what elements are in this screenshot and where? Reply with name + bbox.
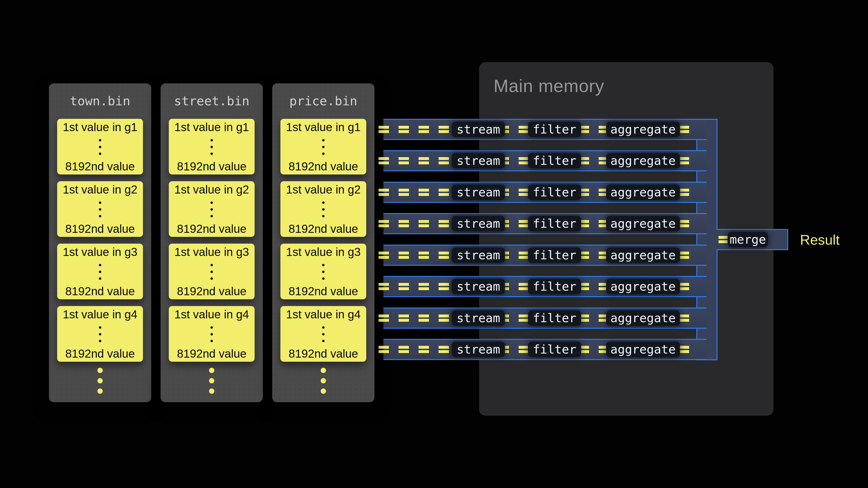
flow-dash <box>399 252 409 259</box>
aggregate-stage-box: aggregate <box>606 248 680 263</box>
ellipsis-dot <box>322 146 324 148</box>
ellipsis-dots <box>211 139 213 155</box>
ellipsis-dot <box>209 378 214 383</box>
ellipsis-dot <box>322 139 324 141</box>
value-box-list: 1st value in g1 8192nd value 1st value i… <box>280 119 366 368</box>
filter-stage-box: filter <box>528 342 581 357</box>
last-value-label: 8192nd value <box>65 348 135 360</box>
first-value-label: 1st value in g4 <box>286 308 361 321</box>
value-group-box: 1st value in g3 8192nd value <box>280 243 366 299</box>
stream-stage-box: stream <box>452 185 505 200</box>
flow-dash <box>378 220 389 227</box>
flow-dash <box>519 157 529 164</box>
flow-dash <box>519 252 529 259</box>
value-group-box: 1st value in g1 8192nd value <box>57 119 143 174</box>
file-column-title: price.bin <box>272 84 374 108</box>
pipeline-lane: streamfilteraggregate <box>383 213 707 234</box>
ellipsis-dot <box>211 264 213 266</box>
more-groups-ellipsis-dots <box>321 368 326 394</box>
file-column: price.bin 1st value in g1 8192nd value 1… <box>272 84 374 402</box>
ellipsis-dots <box>322 139 324 155</box>
value-group-box: 1st value in g2 8192nd value <box>280 181 366 237</box>
stream-stage-box: stream <box>452 311 505 326</box>
ellipsis-dot <box>99 139 101 141</box>
stream-stage-box: stream <box>452 279 505 294</box>
file-column: street.bin 1st value in g1 8192nd value … <box>161 84 263 402</box>
flow-dash <box>418 252 429 259</box>
ellipsis-dot <box>99 153 101 155</box>
flow-dash <box>378 346 389 353</box>
pipeline-lane: streamfilteraggregate <box>383 182 707 203</box>
flow-dash <box>679 315 689 322</box>
value-box-list: 1st value in g1 8192nd value 1st value i… <box>57 119 143 368</box>
first-value-label: 1st value in g3 <box>63 246 137 258</box>
first-value-label: 1st value in g1 <box>286 121 361 133</box>
ellipsis-dot <box>322 333 324 335</box>
last-value-label: 8192nd value <box>289 348 358 360</box>
pipeline-lane: streamfilteraggregate <box>383 245 707 266</box>
flow-dash <box>378 189 389 196</box>
ellipsis-dot <box>211 208 213 210</box>
ellipsis-dots <box>211 264 213 280</box>
diagram-canvas: Main memory merge streamfilteraggregates… <box>0 0 868 488</box>
last-value-label: 8192nd value <box>177 285 246 297</box>
flow-dash <box>679 283 689 290</box>
last-value-label: 8192nd value <box>177 161 246 172</box>
ellipsis-dot <box>211 139 213 141</box>
first-value-label: 1st value in g3 <box>286 246 361 258</box>
first-value-label: 1st value in g4 <box>63 308 137 321</box>
ellipsis-dot <box>322 340 324 342</box>
aggregate-stage-box: aggregate <box>606 342 680 357</box>
flow-dash <box>378 315 389 322</box>
file-column: town.bin 1st value in g1 8192nd value 1s… <box>49 84 151 402</box>
file-column-title: town.bin <box>49 84 151 108</box>
ellipsis-dots <box>322 326 324 342</box>
flow-dash <box>679 189 689 196</box>
flow-dash <box>378 252 389 259</box>
ellipsis-dot <box>211 153 213 155</box>
last-value-label: 8192nd value <box>65 223 135 235</box>
flow-dash <box>679 252 689 259</box>
flow-dash <box>399 283 409 290</box>
filter-stage-box: filter <box>528 216 581 231</box>
ellipsis-dot <box>211 326 213 329</box>
flow-dash <box>519 283 529 290</box>
first-value-label: 1st value in g1 <box>174 121 249 133</box>
flow-dash <box>418 220 429 227</box>
stream-stage-box: stream <box>452 248 505 263</box>
ellipsis-dot <box>322 326 324 329</box>
ellipsis-dot <box>99 340 101 342</box>
aggregate-stage-box: aggregate <box>606 122 680 137</box>
filter-stage-box: filter <box>528 153 581 168</box>
ellipsis-dot <box>97 368 103 373</box>
value-group-box: 1st value in g3 8192nd value <box>57 243 143 299</box>
flow-dash <box>439 157 449 164</box>
ellipsis-dot <box>322 215 324 217</box>
ellipsis-dot <box>99 271 101 273</box>
value-group-box: 1st value in g1 8192nd value <box>169 119 255 174</box>
flow-dash <box>679 346 689 353</box>
flow-dash <box>679 157 689 164</box>
pipeline-lane: streamfilteraggregate <box>383 119 707 140</box>
flow-dash <box>439 220 449 227</box>
ellipsis-dot <box>322 208 324 210</box>
ellipsis-dot <box>99 201 101 204</box>
pipeline-lane: streamfilteraggregate <box>383 307 707 329</box>
flow-dash <box>418 283 429 290</box>
ellipsis-dot <box>99 264 101 266</box>
flow-dash <box>439 126 449 133</box>
ellipsis-dot <box>211 278 213 280</box>
value-group-box: 1st value in g1 8192nd value <box>280 119 366 174</box>
last-value-label: 8192nd value <box>177 348 246 360</box>
flow-dash <box>439 346 449 353</box>
first-value-label: 1st value in g4 <box>174 308 249 321</box>
ellipsis-dots <box>322 264 324 280</box>
ellipsis-dot <box>211 215 213 217</box>
filter-stage-box: filter <box>528 122 581 137</box>
ellipsis-dots <box>99 139 101 155</box>
ellipsis-dot <box>99 333 101 335</box>
aggregate-stage-box: aggregate <box>606 279 680 294</box>
ellipsis-dots <box>99 201 101 217</box>
more-groups-ellipsis-dots <box>97 368 103 394</box>
ellipsis-dot <box>211 271 213 273</box>
